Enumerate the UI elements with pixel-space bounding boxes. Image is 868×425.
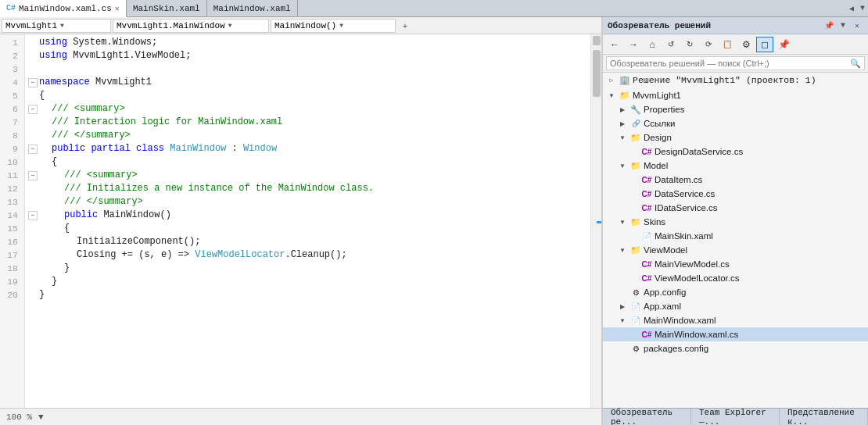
- tab-scroll-left[interactable]: ◀: [846, 0, 857, 16]
- editor-scrollbar[interactable]: [590, 34, 601, 408]
- fold-icon[interactable]: −: [28, 145, 38, 154]
- fold-icon[interactable]: −: [28, 105, 38, 114]
- tab-mainskin-xaml[interactable]: MainSkin.xaml: [127, 0, 207, 16]
- empty-arrow: [617, 345, 628, 352]
- code-line: − /// <summary>: [25, 169, 590, 182]
- code-line: − /// <summary>: [25, 102, 590, 116]
- zoom-arrow[interactable]: ▼: [38, 412, 44, 422]
- bottom-tab-team-label: Team Explorer —...: [699, 408, 771, 426]
- tree-item-skins[interactable]: ▼ 📁 Skins: [603, 215, 868, 229]
- sync-btn[interactable]: ↺: [662, 37, 680, 52]
- mainskin-label: MainSkin.xaml: [655, 231, 713, 241]
- method-dropdown[interactable]: MainWindow() ▼: [271, 19, 396, 33]
- home-btn[interactable]: ⌂: [644, 37, 661, 52]
- properties-arrow: ▶: [617, 106, 628, 113]
- preview-btn[interactable]: ◻: [756, 37, 773, 52]
- skins-arrow: ▼: [617, 219, 628, 226]
- tree-item-appconfig[interactable]: ⚙ App.config: [603, 285, 868, 299]
- tree-item-project[interactable]: ▼ 📁 MvvmLight1: [603, 88, 868, 102]
- class-dropdown[interactable]: MvvmLight1.MainWindow ▼: [113, 19, 269, 33]
- tree-item-packages[interactable]: ⚙ packages.config: [603, 341, 868, 355]
- bottom-tab-view[interactable]: Представление к...: [780, 409, 868, 425]
- tab-mainwindow-xaml[interactable]: MainWindow.xaml: [207, 0, 298, 16]
- tree-item-mainwindowxaml[interactable]: ▼ 📄 MainWindow.xaml: [603, 313, 868, 327]
- editor-pane: MvvmLight1 ▼ MvvmLight1.MainWindow ▼ Mai…: [0, 17, 602, 425]
- tab-mainwindow-xaml-cs[interactable]: C# MainWindow.xaml.cs ✕: [0, 0, 127, 17]
- fold-icon[interactable]: −: [28, 171, 38, 180]
- project-arrow: ▼: [606, 92, 617, 99]
- tree-item-viewmodellocator[interactable]: C# ViewModelLocator.cs: [603, 271, 868, 285]
- solution-tree[interactable]: ▼ 📁 MvvmLight1 ▶ 🔧 Properties ▶ 🔗 Ссылки…: [603, 87, 868, 408]
- solution-header: Обозреватель решений 📌 ▼ ✕: [603, 17, 868, 34]
- empty-arrow: [628, 177, 639, 184]
- csharp-file-icon: C#: [640, 202, 653, 214]
- fold-icon[interactable]: −: [28, 78, 38, 88]
- properties-btn[interactable]: ⚙: [737, 37, 755, 52]
- tree-item-references[interactable]: ▶ 🔗 Ссылки: [603, 116, 868, 130]
- bottom-tab-team-explorer[interactable]: Team Explorer —...: [691, 409, 780, 425]
- tree-item-designdataservice[interactable]: C# DesignDataService.cs: [603, 145, 868, 159]
- xaml-file-icon: 📄: [640, 230, 653, 242]
- nav-back-btn[interactable]: ←: [606, 37, 623, 52]
- tree-item-mainwindowxamlcs[interactable]: C# MainWindow.xaml.cs: [603, 327, 868, 341]
- class-dropdown-arrow: ▼: [228, 22, 232, 29]
- tab-scroll-right[interactable]: ▼: [857, 0, 868, 16]
- nav-forward-btn[interactable]: →: [625, 37, 642, 52]
- code-line: {: [25, 89, 590, 102]
- empty-arrow: [628, 275, 639, 282]
- code-line: [25, 62, 590, 76]
- empty-arrow: [628, 191, 639, 198]
- fold-icon[interactable]: −: [28, 211, 38, 220]
- scrollbar-thumb[interactable]: [593, 50, 601, 97]
- dataservice-label: DataService.cs: [655, 189, 715, 198]
- tree-item-dataitem[interactable]: C# DataItem.cs: [603, 173, 868, 187]
- add-btn[interactable]: +: [397, 19, 413, 33]
- solution-search-box[interactable]: 🔍: [606, 56, 865, 70]
- collapse-btn[interactable]: ⟳: [700, 37, 717, 52]
- code-line: InitializeComponent();: [25, 235, 590, 248]
- solution-root-arrow: ▷: [606, 77, 617, 84]
- project-dropdown[interactable]: MvvmLight1 ▼: [2, 19, 111, 33]
- code-editor[interactable]: using System.Windows; using MvvmLight1.V…: [25, 34, 590, 408]
- idataservice-label: IDataService.cs: [655, 203, 718, 212]
- tab-close-btn[interactable]: ✕: [115, 4, 120, 13]
- code-line: /// </summary>: [25, 195, 590, 209]
- config-file-icon: ⚙: [629, 286, 642, 298]
- pin-icon[interactable]: 📌: [823, 20, 835, 32]
- tree-item-dataservice[interactable]: C# DataService.cs: [603, 187, 868, 201]
- code-line: }: [25, 288, 590, 302]
- code-line: {: [25, 222, 590, 235]
- solution-search-input[interactable]: [610, 59, 847, 68]
- pin-pane-btn[interactable]: 📌: [775, 37, 792, 52]
- close-icon[interactable]: ✕: [851, 20, 863, 32]
- code-line: Closing += (s, e) => ViewModelLocator.Cl…: [25, 248, 590, 262]
- solution-header-title: Обозреватель решений: [608, 21, 711, 30]
- code-line: − namespace MvvmLight1: [25, 76, 590, 89]
- search-icon: 🔍: [850, 59, 861, 69]
- tree-item-properties[interactable]: ▶ 🔧 Properties: [603, 102, 868, 116]
- refresh-btn[interactable]: ↻: [681, 37, 698, 52]
- editor-toolbar: MvvmLight1 ▼ MvvmLight1.MainWindow ▼ Mai…: [0, 17, 601, 34]
- line-numbers: 12345 678910 1112131415 1617181920: [0, 34, 25, 408]
- appxaml-arrow: ▶: [617, 303, 628, 310]
- tree-item-viewmodel[interactable]: ▼ 📁 ViewModel: [603, 243, 868, 257]
- appconfig-label: App.config: [644, 288, 686, 297]
- dropdown-icon[interactable]: ▼: [837, 20, 849, 32]
- tree-item-mainskin[interactable]: 📄 MainSkin.xaml: [603, 229, 868, 243]
- bottom-tab-view-label: Представление к...: [787, 408, 859, 426]
- tree-item-model[interactable]: ▼ 📁 Model: [603, 159, 868, 173]
- bottom-tab-solution[interactable]: Обозреватель ре...: [603, 409, 691, 425]
- references-arrow: ▶: [617, 120, 628, 127]
- tree-item-idataservice[interactable]: C# IDataService.cs: [603, 201, 868, 215]
- tree-item-mainviewmodel[interactable]: C# MainViewModel.cs: [603, 257, 868, 271]
- csharp-file-icon: C#: [640, 188, 653, 200]
- tree-item-design[interactable]: ▼ 📁 Design: [603, 130, 868, 145]
- project-dropdown-label: MvvmLight1: [5, 21, 57, 30]
- project-label: MvvmLight1: [633, 91, 681, 100]
- tab-label: MainWindow.xaml: [213, 4, 291, 13]
- tree-item-appxaml[interactable]: ▶ 📄 App.xaml: [603, 299, 868, 313]
- model-icon: 📁: [629, 159, 642, 172]
- solution-root[interactable]: ▷ 🏢 Решение "MvvmLight1" (проектов: 1): [603, 73, 868, 87]
- empty-arrow: [628, 331, 639, 338]
- show-files-btn[interactable]: 📋: [719, 37, 736, 52]
